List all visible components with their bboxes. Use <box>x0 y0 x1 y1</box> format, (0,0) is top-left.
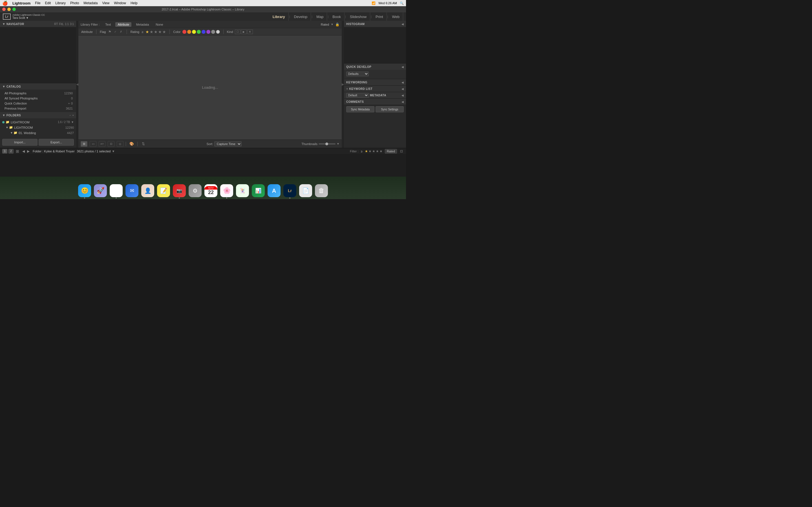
library-menu[interactable]: Library <box>55 1 66 5</box>
nav-1to1[interactable]: 1:1 <box>65 22 69 25</box>
sf-star-4[interactable]: ★ <box>376 149 379 153</box>
keyword-list-add-icon[interactable]: + <box>346 87 348 91</box>
page-2-button[interactable]: 2 <box>8 149 13 154</box>
comments-arrow[interactable]: ◀ <box>402 100 404 103</box>
dock-photos[interactable]: 🌸 <box>219 183 234 198</box>
color-blue[interactable] <box>202 30 206 34</box>
catalog-quick-plus[interactable]: + <box>68 102 70 105</box>
sf-star-5[interactable]: ★ <box>379 149 383 153</box>
dock-photo-booth[interactable]: 📷 <box>172 183 187 198</box>
dock-numbers[interactable]: 📊 <box>251 183 266 198</box>
dock-cards[interactable]: 🃏 <box>235 183 250 198</box>
quick-develop-header[interactable]: Quick Develop ◀ <box>344 64 406 70</box>
nav-3to1[interactable]: 3:1 <box>70 22 74 25</box>
status-rated-badge[interactable]: Rated <box>385 149 397 154</box>
dock-calendar[interactable]: NOV 22 <box>204 183 218 198</box>
dock-lightroom[interactable]: Lr <box>283 183 297 198</box>
star-5[interactable]: ★ <box>162 30 166 34</box>
color-green[interactable] <box>197 30 201 34</box>
grid-view-button[interactable]: ⊞ <box>81 141 87 147</box>
folder-root-dropdown[interactable]: ▼ <box>71 121 74 124</box>
flag-check-icon[interactable]: ✓ <box>113 30 117 34</box>
histogram-header[interactable]: Histogram ◀ <box>344 21 406 27</box>
star-2[interactable]: ★ <box>150 30 153 34</box>
apple-menu[interactable]: 🍎 <box>2 1 8 6</box>
sync-settings-button[interactable]: Sync Settings <box>375 106 404 112</box>
photo-count-dropdown[interactable]: ▼ <box>112 150 115 153</box>
thumbnail-slider-knob[interactable] <box>325 143 328 145</box>
flag-reject-icon[interactable]: ✗ <box>119 30 123 34</box>
view-menu[interactable]: View <box>102 1 109 5</box>
metadata-header[interactable]: Default Metadata ◀ <box>344 92 406 98</box>
minimize-button[interactable] <box>7 8 11 11</box>
dock-acrobat[interactable]: 📄 <box>298 183 313 198</box>
export-button[interactable]: Export... <box>39 139 74 146</box>
filter-tab-attribute[interactable]: Attribute <box>115 22 132 27</box>
qd-defaults-dropdown[interactable]: Defaults <box>346 71 369 76</box>
folder-lightroom-root[interactable]: 📁 LIGHTROOM 1.6 / 2 TB ▼ <box>0 119 76 125</box>
catalog-item-all-photos[interactable]: All Photographs 12290 <box>0 91 76 96</box>
dock-contacts[interactable]: 👤 <box>140 183 155 198</box>
maximize-button[interactable] <box>12 8 16 11</box>
dock-chrome[interactable]: ◉ <box>109 183 123 198</box>
tab-web[interactable]: Web <box>389 12 403 21</box>
page-1-button[interactable]: 1 <box>2 149 7 154</box>
status-end-button[interactable]: ⊡ <box>399 149 404 154</box>
window-menu[interactable]: Window <box>114 1 126 5</box>
kind-raw-icon[interactable]: R <box>247 30 253 34</box>
edit-menu[interactable]: Edit <box>45 1 51 5</box>
dock-notes[interactable]: 📝 <box>156 183 171 198</box>
keywording-arrow[interactable]: ◀ <box>402 81 404 84</box>
quick-develop-arrow[interactable]: ◀ <box>402 65 404 68</box>
photo-menu[interactable]: Photo <box>70 1 79 5</box>
star-3[interactable]: ★ <box>154 30 158 34</box>
metadata-preset-dropdown[interactable]: Default <box>346 93 369 98</box>
help-menu[interactable]: Help <box>131 1 138 5</box>
thumbnail-slider[interactable] <box>319 144 336 145</box>
sync-metadata-button[interactable]: Sync Metadata <box>346 106 374 112</box>
star-4[interactable]: ★ <box>158 30 162 34</box>
color-orange[interactable] <box>187 30 191 34</box>
left-panel-collapse-handle[interactable]: ◀ <box>76 21 79 148</box>
menu-search-icon[interactable]: 🔍 <box>400 1 404 5</box>
nav-fit[interactable]: FitL <box>59 22 64 25</box>
metadata-arrow[interactable]: ◀ <box>402 94 404 97</box>
status-prev-button[interactable]: ◀ <box>21 149 26 153</box>
tab-develop[interactable]: Develop <box>291 12 311 21</box>
filter-lock-icon[interactable]: 🔒 <box>335 22 340 26</box>
filter-tab-none[interactable]: None <box>153 22 165 27</box>
color-yellow[interactable] <box>192 30 196 34</box>
loupe-view-button[interactable]: ▭ <box>90 141 96 147</box>
folders-minus[interactable]: − <box>69 114 71 117</box>
sort-dropdown[interactable]: Capture Time Added Order Edit Time Ratin… <box>214 142 242 147</box>
star-1[interactable]: ★ <box>146 30 149 34</box>
filter-tab-text[interactable]: Text <box>103 22 113 27</box>
histogram-arrow[interactable]: ◀ <box>402 22 404 25</box>
catalog-header[interactable]: ▼ Catalog <box>0 83 76 90</box>
close-button[interactable] <box>2 8 6 11</box>
flag-icon-1[interactable]: ⚑ <box>107 30 112 34</box>
kind-video-icon[interactable]: ▶ <box>241 30 247 34</box>
navigator-header[interactable]: ▼ Navigator RT FitL 1:1 3:1 <box>0 21 76 27</box>
nav-rt[interactable]: RT <box>54 22 58 25</box>
filter-dropdown-icon[interactable]: ▼ <box>331 23 334 26</box>
catalog-item-previous-import[interactable]: Previous Import 3621 <box>0 106 76 111</box>
tab-book[interactable]: Book <box>329 12 345 21</box>
color-gray[interactable] <box>211 30 215 34</box>
folders-plus[interactable]: + <box>72 114 74 117</box>
sf-star-2[interactable]: ★ <box>368 149 371 153</box>
sort-arrows-button[interactable]: ⇅ <box>140 141 147 147</box>
color-red[interactable] <box>183 30 186 34</box>
survey-view-button[interactable]: ⊡ <box>108 141 114 147</box>
tab-library[interactable]: Library <box>269 12 289 21</box>
status-grid-icon[interactable]: ⊞ <box>16 149 19 154</box>
status-next-button[interactable]: ▶ <box>26 149 31 153</box>
folders-header[interactable]: ▼ Folders − + <box>0 112 76 118</box>
sf-star-3[interactable]: ★ <box>372 149 375 153</box>
catalog-item-synced[interactable]: All Synced Photographs 0 <box>0 96 76 101</box>
dock-launchpad[interactable]: 🚀 <box>93 183 108 198</box>
people-view-button[interactable]: ☺ <box>117 141 123 147</box>
thumbnail-dropdown-icon[interactable]: ▼ <box>337 142 340 145</box>
app-name-menu[interactable]: Lightroom <box>12 1 31 5</box>
file-menu[interactable]: File <box>35 1 40 5</box>
